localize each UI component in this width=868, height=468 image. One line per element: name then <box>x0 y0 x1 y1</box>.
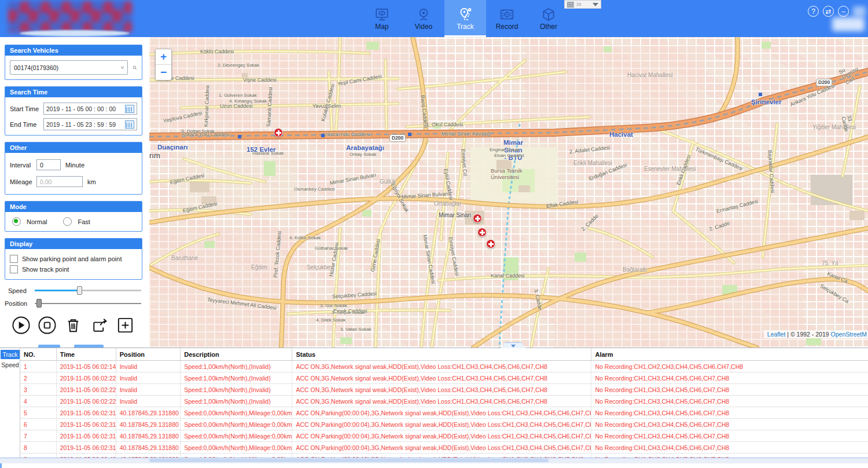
column-header[interactable]: Status <box>292 348 591 361</box>
interval-input[interactable]: 0 <box>36 159 61 170</box>
column-header[interactable]: NO. <box>20 348 56 361</box>
playback-toolbar <box>12 316 142 335</box>
close-button[interactable] <box>853 6 866 17</box>
start-time-input[interactable]: 2019 - 11 - 05 00 : 00 : 00 <box>43 103 137 115</box>
table-cell: 2019-11-05 06:02:31 <box>56 442 116 454</box>
column-header[interactable]: Description <box>181 348 292 361</box>
start-time-label: Start Time <box>10 105 43 112</box>
table-cell: 2019-11-05 06:02:31 <box>56 430 116 442</box>
section-title: Display <box>5 239 142 249</box>
table-cell: Invalid <box>116 372 181 384</box>
tab-record[interactable]: Record <box>486 0 528 37</box>
position-slider[interactable] <box>35 299 141 308</box>
tab-record-label: Record <box>496 23 518 31</box>
table-cell: ACC ON,Parking(00:00:04),3G,Network sign… <box>292 419 591 430</box>
table-cell: 7 <box>20 430 56 442</box>
table-cell: 2 <box>20 372 56 384</box>
position-slider-handle[interactable] <box>36 299 42 308</box>
section-search-vehicles: Search Vehicles 00174(0179360) ˅ <box>5 45 142 80</box>
radio-fast[interactable] <box>63 217 72 226</box>
checkbox-track-point-label: Show track point <box>22 266 69 273</box>
column-header[interactable]: Position <box>116 348 181 361</box>
horizontal-scrollbar[interactable] <box>0 458 868 463</box>
table-cell: No Recording:CH1,CH3,CH4,CH5,CH6,CH7,CH8 <box>591 384 868 396</box>
speed-slider-handle[interactable] <box>77 286 82 295</box>
checkbox-track-point[interactable] <box>10 265 18 273</box>
checkbox-parking-alarm-label: Show parking point and alarm point <box>22 255 122 262</box>
switch-account-button[interactable]: ⇄ <box>823 6 834 17</box>
tab-other[interactable]: Other <box>528 0 569 37</box>
leaflet-link[interactable]: Leaflet <box>767 331 786 338</box>
tab-speed-list[interactable]: Speed <box>1 360 20 370</box>
table-cell: 1 <box>20 361 56 372</box>
radio-fast-label: Fast <box>78 218 90 225</box>
table-row[interactable]: 82019-11-05 06:02:3140.187845,29.131880S… <box>20 442 868 454</box>
column-header[interactable]: Alarm <box>591 348 868 361</box>
webcam-icon <box>416 7 431 22</box>
table-cell: ACC ON,3G,Network signal weak,HDD(Exist)… <box>292 361 591 372</box>
table-cell: No Recording:CH1,CH3,CH4,CH5,CH6,CH7,CH8 <box>591 396 868 407</box>
table-row[interactable]: 72019-11-05 06:02:3140.187845,29.131880S… <box>20 430 868 442</box>
section-title: Search Time <box>5 87 142 97</box>
tab-other-label: Other <box>540 23 557 31</box>
table-cell: Invalid <box>116 361 181 372</box>
radio-normal[interactable] <box>12 217 21 226</box>
zoom-out-button[interactable]: − <box>156 65 171 80</box>
table-cell: Invalid <box>116 384 181 396</box>
table-cell: 2019-11-05 06:02:22 <box>56 372 116 384</box>
vehicle-select-value: 00174(0179360) <box>14 64 58 71</box>
calendar-icon[interactable] <box>125 120 134 129</box>
checkbox-parking-alarm-point[interactable] <box>10 255 18 263</box>
mileage-input[interactable]: 0.00 <box>36 176 83 187</box>
stop-button[interactable] <box>38 316 57 335</box>
tab-track[interactable]: Track <box>444 0 486 37</box>
map-canvas[interactable]: Duaçınarı152 EvlerArabayatağıMimar Sinan… <box>149 37 868 348</box>
table-cell: No Recording:CH1,CH2,CH3,CH4,CH5,CH6,CH7… <box>591 361 868 372</box>
table-row[interactable]: 52019-11-05 06:02:3140.187845,29.131880S… <box>20 407 868 419</box>
track-table[interactable]: NO.TimePositionDescriptionStatusAlarm120… <box>20 348 868 458</box>
vehicle-select[interactable]: 00174(0179360) ˅ <box>10 60 128 75</box>
delete-button[interactable] <box>64 316 83 335</box>
table-cell: ACC ON,Parking(00:00:04),3G,Network sign… <box>292 407 591 419</box>
table-row[interactable]: 62019-11-05 06:02:3140.187845,29.131880S… <box>20 419 868 430</box>
help-button[interactable]: ? <box>808 6 819 17</box>
cube-icon <box>541 7 556 22</box>
section-display: Display Show parking point and alarm poi… <box>5 238 142 280</box>
add-button[interactable] <box>116 316 135 335</box>
table-row[interactable]: 42019-11-05 06:02:22InvalidSpeed:1,00km/… <box>20 396 868 407</box>
window-controls: ? ⇄ – <box>808 6 866 17</box>
end-time-input[interactable]: 2019 - 11 - 05 23 : 59 : 59 <box>43 118 137 130</box>
table-cell: 40.187845,29.131880 <box>116 407 181 419</box>
play-button[interactable] <box>12 316 31 335</box>
tab-map-label: Map <box>375 23 388 31</box>
main-nav: Map Video Track <box>361 0 569 37</box>
tab-video-label: Video <box>415 23 432 31</box>
section-title: Other <box>5 142 142 153</box>
zoom-in-button[interactable]: + <box>156 49 171 65</box>
table-cell: ACC ON,Parking(00:00:04),3G,Network sign… <box>292 430 591 442</box>
calendar-icon[interactable] <box>125 105 134 113</box>
tab-video[interactable]: Video <box>403 0 444 37</box>
column-header[interactable]: Time <box>56 348 116 361</box>
grid-icon <box>567 2 574 8</box>
app-window: Map Video Track <box>0 0 868 468</box>
mileage-placeholder: 0.00 <box>40 178 52 185</box>
export-button[interactable] <box>90 316 109 335</box>
osm-link[interactable]: OpenStreetM <box>831 331 867 338</box>
table-cell: 2019-11-05 06:02:14 <box>56 361 116 372</box>
tab-track-list[interactable]: Track <box>1 350 20 359</box>
speed-slider[interactable] <box>35 286 141 295</box>
table-cell: ACC ON,3G,Network signal weak,HDD(Exist)… <box>292 396 591 407</box>
table-cell: Speed:0,00km/h(North),Mileage:0,00km <box>181 419 292 430</box>
table-row[interactable]: 12019-11-05 06:02:14InvalidSpeed:1,00km/… <box>20 361 868 372</box>
scrollbar-thumb[interactable] <box>149 459 549 462</box>
mileage-label: Mileage <box>10 178 36 185</box>
map-type-widget[interactable]: 2S <box>564 0 601 9</box>
minimize-button[interactable]: – <box>838 6 849 17</box>
table-row[interactable]: 32019-11-05 06:02:22InvalidSpeed:1,00km/… <box>20 384 868 396</box>
tab-map[interactable]: Map <box>361 0 403 37</box>
table-cell: Speed:1,00km/h(North),(Invalid) <box>181 361 292 372</box>
table-row[interactable]: 22019-11-05 06:02:22InvalidSpeed:1,00km/… <box>20 372 868 384</box>
search-vehicle-icon[interactable] <box>133 61 137 74</box>
app-logo <box>8 1 132 32</box>
